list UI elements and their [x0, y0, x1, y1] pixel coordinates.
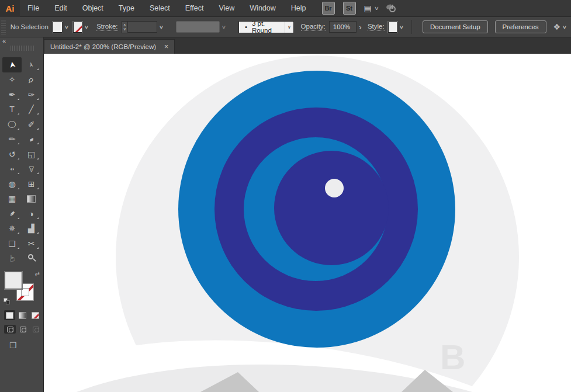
menu-help[interactable]: Help [283, 0, 314, 17]
selection-status: No Selection [11, 23, 50, 30]
selection-tool[interactable]: ➤ [2, 57, 22, 72]
brush-definition-dropdown[interactable]: • 3 pt. Round ∨ [238, 21, 294, 33]
cc-sync-icon[interactable] [386, 4, 396, 13]
fill-swatch[interactable] [53, 22, 63, 33]
swap-fill-stroke-icon[interactable]: ⇄ [35, 270, 40, 277]
fill-color-well[interactable] [5, 272, 22, 289]
paintbrush-tool[interactable]: ✐ [22, 117, 41, 132]
document-tab[interactable]: Untitled-2* @ 200% (RGB/Preview) × [44, 39, 175, 54]
perspective-grid-tool[interactable]: ⊞ [22, 176, 41, 192]
scale-tool[interactable]: ◱ [22, 147, 41, 162]
opacity-label[interactable]: Opacity: [301, 23, 326, 31]
opacity-popout-arrow[interactable]: › [357, 21, 364, 33]
mesh-icon: ▦ [8, 194, 16, 203]
type-tool[interactable]: T [2, 102, 22, 117]
webcam-illustration: B [44, 54, 571, 392]
variable-width-profile-dropdown[interactable] [176, 21, 220, 33]
stepper-up-icon[interactable]: ∧ [123, 23, 126, 27]
slice-tool[interactable]: ✂ [22, 236, 41, 251]
paintbrush-icon: ✐ [28, 120, 35, 129]
align-icon[interactable]: ❖ [553, 22, 561, 32]
workspace-switcher[interactable]: ▤ ∨ [364, 4, 379, 13]
eyedropper-icon: ✒ [6, 208, 18, 219]
preferences-button[interactable]: Preferences [495, 20, 546, 33]
zoom-icon [27, 254, 36, 262]
artboard-tool[interactable]: ❏ [2, 236, 22, 251]
pencil-tool[interactable]: ✏ [2, 132, 22, 147]
panel-drag-grip[interactable] [11, 46, 34, 51]
gradient-button[interactable] [17, 310, 28, 320]
eyedropper-tool[interactable]: ✒ [2, 206, 22, 221]
menu-type[interactable]: Type [111, 0, 142, 17]
line-segment-tool[interactable]: ╱ [22, 102, 41, 117]
close-icon[interactable]: × [164, 43, 168, 51]
menu-effect[interactable]: Effect [178, 0, 212, 17]
column-graph-tool[interactable]: ▟ [22, 221, 41, 237]
collapse-panel-icon[interactable]: « [2, 37, 6, 44]
chevron-down-icon: ∨ [222, 25, 227, 30]
eraser-tool[interactable]: ▰ [22, 132, 41, 147]
blend-icon: ◑ [29, 209, 33, 218]
pen-tool[interactable]: ✒ [2, 87, 22, 102]
curvature-tool[interactable]: ✑ [22, 87, 41, 102]
menu-select[interactable]: Select [142, 0, 178, 17]
style-swatch[interactable] [388, 22, 398, 33]
chevron-down-icon[interactable]: ∨ [562, 25, 567, 30]
shape-builder-tool[interactable]: ◍ [2, 176, 22, 192]
chevron-down-icon[interactable]: ∨ [399, 25, 404, 30]
lasso-tool[interactable]: ϙ [22, 72, 41, 88]
stroke-swatch[interactable] [73, 22, 83, 33]
chevron-down-icon[interactable]: ∨ [158, 25, 164, 30]
width-tool[interactable]: ◖◗ [2, 162, 22, 177]
app-logo[interactable]: Ai [0, 0, 20, 17]
style-label[interactable]: Style: [368, 23, 385, 31]
default-fill-stroke-icon[interactable] [4, 298, 11, 304]
zoom-tool[interactable] [22, 251, 41, 266]
type-icon: T [9, 105, 15, 114]
color-button[interactable] [4, 310, 15, 320]
stepper-down-icon[interactable]: ∨ [123, 27, 126, 31]
panel-grip[interactable] [1, 20, 6, 34]
selection-tool-icon: ➤ [7, 61, 18, 69]
paint-style-row [4, 310, 43, 320]
gradient-tool[interactable] [22, 192, 41, 207]
blend-tool[interactable]: ◑ [22, 206, 41, 221]
draw-behind-button[interactable] [17, 325, 29, 334]
draw-normal-button[interactable] [4, 325, 16, 334]
direct-selection-tool-icon: ➢ [27, 61, 36, 68]
scale-icon: ◱ [27, 150, 35, 159]
width-icon: ◖◗ [10, 166, 15, 172]
ellipse-tool[interactable]: ◯ [2, 117, 22, 132]
stroke-weight-label[interactable]: Stroke: [96, 23, 117, 31]
magic-wand-tool[interactable]: ✧ [2, 72, 22, 88]
none-button[interactable] [30, 310, 41, 320]
rotate-tool[interactable]: ↺ [2, 147, 22, 162]
hand-tool[interactable]: ☞ [2, 251, 22, 266]
menu-edit[interactable]: Edit [47, 0, 75, 17]
document-tab-title: Untitled-2* @ 200% (RGB/Preview) [50, 43, 156, 50]
gradient-icon [27, 195, 36, 203]
chevron-down-icon[interactable]: ∨ [84, 25, 89, 30]
perspective-grid-icon: ⊞ [28, 179, 35, 189]
stroke-weight-stepper[interactable]: ∧ ∨ [122, 21, 128, 33]
workspace-icon: ▤ [364, 4, 372, 13]
chevron-down-icon[interactable]: ∨ [64, 25, 69, 30]
bridge-button[interactable]: Br [322, 2, 335, 15]
mesh-tool[interactable]: ▦ [2, 192, 22, 207]
artboard-canvas[interactable]: B [44, 54, 571, 392]
menu-view[interactable]: View [211, 0, 242, 17]
screen-mode-button[interactable]: ❐ [9, 341, 43, 350]
menu-file[interactable]: File [20, 0, 47, 17]
stroke-weight-input[interactable] [128, 21, 157, 33]
draw-inside-button[interactable] [30, 325, 41, 334]
chevron-down-icon[interactable]: ∨ [285, 22, 293, 33]
stock-button[interactable]: St [343, 2, 356, 15]
puppet-warp-tool[interactable]: ♙ [22, 162, 41, 177]
opacity-input[interactable]: 100% [329, 21, 357, 33]
document-setup-button[interactable]: Document Setup [423, 20, 488, 33]
symbol-sprayer-tool[interactable]: ✵ [2, 221, 22, 237]
menu-object[interactable]: Object [75, 0, 111, 17]
menu-window[interactable]: Window [242, 0, 283, 17]
direct-selection-tool[interactable]: ➢ [22, 57, 41, 72]
lens-pupil-circle [274, 151, 389, 265]
